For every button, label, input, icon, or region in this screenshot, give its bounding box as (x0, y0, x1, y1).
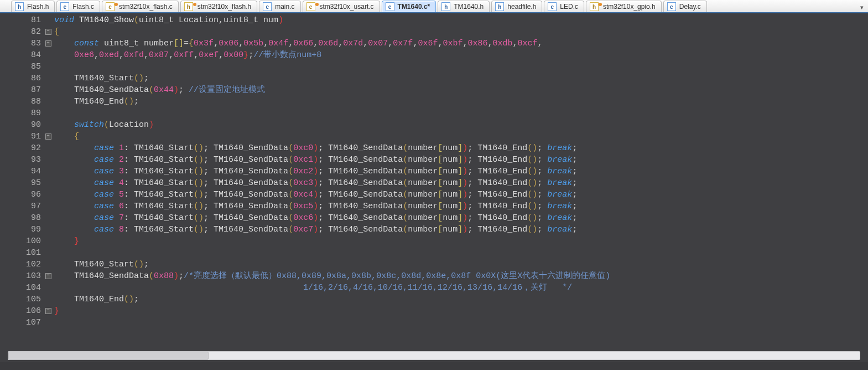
code-token: } (243, 50, 248, 60)
code-line[interactable]: TM1640_SendData(0x88);/*亮度选择（默认最低）0x88,0… (54, 270, 868, 282)
code-line[interactable]: 1/16,2/16,4/16,10/16,11/16,12/16,13/16,1… (54, 282, 868, 294)
fold-cell[interactable] (44, 142, 52, 154)
fold-cell[interactable] (44, 96, 52, 107)
fold-toggle-icon[interactable]: − (45, 29, 51, 35)
code-token: 3 (119, 167, 124, 176)
tab-flash-h[interactable]: hFlash.h (11, 1, 55, 12)
code-line[interactable]: case 5: TM1640_Start(); TM1640_SendData(… (54, 189, 868, 201)
fold-toggle-icon[interactable]: − (45, 133, 51, 140)
code-editor[interactable]: 8182838485868788899091929394959697989910… (0, 13, 868, 362)
header-file-icon: h (441, 2, 450, 11)
fold-cell[interactable] (44, 259, 52, 270)
code-line[interactable]: case 4: TM1640_Start(); TM1640_SendData(… (54, 177, 868, 189)
code-line[interactable]: { (54, 131, 868, 142)
code-line[interactable]: } (54, 305, 868, 317)
code-line[interactable]: case 1: TM1640_Start(); TM1640_SendData(… (54, 142, 868, 154)
code-token: 0xe6 (74, 50, 94, 60)
code-area[interactable]: void TM1640_Show(uint8_t Location,uint8_… (52, 13, 868, 362)
code-line[interactable]: TM1640_End(); (54, 96, 868, 107)
code-token: ) (278, 16, 283, 25)
fold-cell[interactable] (44, 119, 52, 131)
fold-cell[interactable] (44, 177, 52, 189)
fold-cell[interactable] (44, 247, 52, 259)
code-token: () (527, 178, 537, 188)
code-token: TM1640_SendData (54, 85, 149, 95)
tab-led-c[interactable]: cLED.c (544, 1, 584, 12)
code-line[interactable]: 0xe6,0xed,0xfd,0x87,0xff,0xef,0x00};//带小… (54, 49, 868, 61)
tab-delay-c[interactable]: cDelay.c (663, 1, 707, 12)
tab-label: stm32f10x_flash.h (197, 3, 251, 11)
code-line[interactable]: TM1640_Start(); (54, 73, 868, 84)
fold-cell[interactable] (44, 61, 52, 73)
code-token: 0x3f (194, 39, 214, 48)
code-line[interactable]: { (54, 26, 868, 38)
fold-cell[interactable]: − (44, 305, 52, 317)
code-line[interactable]: TM1640_Start(); (54, 259, 868, 270)
fold-cell[interactable] (44, 49, 52, 61)
code-line[interactable]: case 7: TM1640_Start(); TM1640_SendData(… (54, 212, 868, 224)
fold-cell[interactable]: − (44, 270, 52, 282)
code-line[interactable]: TM1640_SendData(0x44); //设置固定地址模式 (54, 84, 868, 96)
tab-stm32f10x-flash-c[interactable]: cstm32f10x_flash.c (102, 1, 179, 12)
fold-cell[interactable]: − (44, 26, 52, 38)
tab-tm1640-h[interactable]: hTM1640.h (438, 1, 490, 12)
fold-column[interactable]: −−−−− (44, 13, 52, 362)
fold-cell[interactable] (44, 224, 52, 235)
tab-headfile-h[interactable]: hheadfile.h (491, 1, 542, 12)
fold-toggle-icon[interactable]: − (45, 40, 51, 47)
fold-cell[interactable] (44, 212, 52, 224)
scrollbar-thumb[interactable] (8, 352, 209, 359)
fold-cell[interactable]: − (44, 131, 52, 142)
code-line[interactable]: } (54, 235, 868, 247)
fold-cell[interactable]: − (44, 38, 52, 49)
code-line[interactable]: TM1640_End(); (54, 294, 868, 305)
code-line[interactable]: void TM1640_Show(uint8_t Location,uint8_… (54, 14, 868, 26)
code-token: 0x87 (149, 50, 169, 60)
horizontal-scrollbar[interactable] (8, 351, 860, 360)
code-token: [ (438, 143, 443, 153)
fold-cell[interactable] (44, 73, 52, 84)
code-line[interactable]: case 3: TM1640_Start(); TM1640_SendData(… (54, 166, 868, 177)
code-line[interactable]: const uint8_t number[]={0x3f,0x06,0x5b,0… (54, 38, 868, 49)
code-line[interactable] (54, 61, 868, 73)
code-line[interactable] (54, 247, 868, 259)
tab-stm32f10x-flash-h[interactable]: hstm32f10x_flash.h (180, 1, 257, 12)
tab-tm1640-c-[interactable]: cTM1640.c* (382, 1, 436, 12)
fold-cell[interactable] (44, 317, 52, 328)
fold-cell[interactable] (44, 84, 52, 96)
code-token: ( (403, 178, 408, 188)
code-line[interactable]: case 2: TM1640_Start(); TM1640_SendData(… (54, 154, 868, 166)
code-token (54, 202, 94, 211)
code-line[interactable]: switch(Location) (54, 119, 868, 131)
code-line[interactable] (54, 317, 868, 328)
tab-stm32f10x-gpio-h[interactable]: hstm32f10x_gpio.h (586, 1, 662, 12)
line-number: 91 (0, 131, 41, 142)
tabs-overflow-button[interactable]: ▾ (858, 3, 866, 12)
code-line[interactable]: case 6: TM1640_Start(); TM1640_SendData(… (54, 201, 868, 212)
fold-cell[interactable] (44, 166, 52, 177)
code-token: 0x88 (154, 271, 174, 281)
code-token (54, 50, 74, 60)
tab-flash-c[interactable]: cFlash.c (56, 1, 100, 12)
fold-cell[interactable] (44, 294, 52, 305)
fold-cell[interactable] (44, 107, 52, 119)
fold-cell[interactable] (44, 189, 52, 201)
code-line[interactable]: case 8: TM1640_Start(); TM1640_SendData(… (54, 224, 868, 235)
tab-stm32f10x-usart-c[interactable]: cstm32f10x_usart.c (303, 1, 380, 12)
fold-cell[interactable] (44, 235, 52, 247)
code-line[interactable] (54, 107, 868, 119)
code-token: ; TM1640_SendData (318, 213, 403, 223)
fold-cell[interactable] (44, 201, 52, 212)
fold-toggle-icon[interactable]: − (45, 273, 51, 279)
code-token: ; TM1640_SendData (204, 155, 288, 165)
code-token: TM1640_End (54, 295, 124, 304)
fold-cell[interactable] (44, 282, 52, 294)
line-number: 81 (0, 14, 41, 26)
fold-toggle-icon[interactable]: − (45, 308, 51, 314)
code-token: { (54, 27, 59, 37)
code-token: uint8_t Location (139, 16, 219, 25)
fold-cell[interactable] (44, 14, 52, 26)
tab-main-c[interactable]: cmain.c (259, 1, 300, 12)
fold-cell[interactable] (44, 154, 52, 166)
code-token: case (94, 190, 119, 199)
